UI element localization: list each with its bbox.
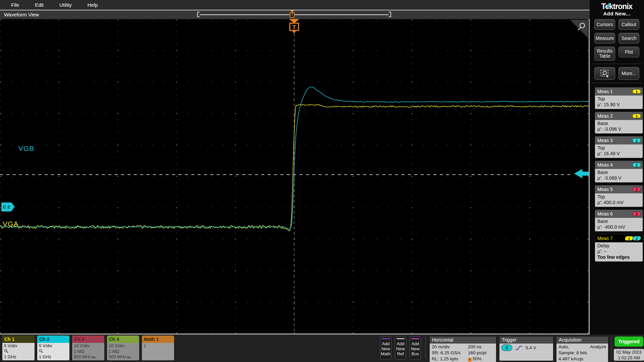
measurement-card-header: Meas 53	[595, 185, 643, 193]
waveform-view-tab-bar: Waveform View T	[0, 10, 590, 19]
measurement-card-meas-7[interactable]: Meas 712Delayµ': --Too few edges	[595, 234, 643, 262]
time-text: 1:02:25 AM	[614, 355, 644, 361]
triggered-status-badge: Triggered	[614, 337, 643, 347]
menu-item-edit[interactable]: Edit	[35, 2, 44, 8]
measurement-source-badges: 1	[632, 89, 641, 94]
measurement-card-meas-6[interactable]: Meas 63Baseµ': -400.0 mV	[595, 209, 643, 232]
channel-setting-row: 10 V/div	[74, 343, 104, 349]
zoom-select-icon	[600, 69, 610, 77]
measurement-card-meas-5[interactable]: Meas 53Topµ': 400.0 mV	[595, 185, 643, 207]
trigger-marker-tip	[292, 31, 296, 34]
channel-badge-header: Ch 2	[37, 336, 69, 343]
measure-button[interactable]: Measure	[594, 33, 615, 44]
hpos-left-bracket	[197, 12, 200, 17]
hpos-trigger-t-icon[interactable]: T	[290, 12, 294, 18]
source-badge-1: 1	[632, 89, 641, 94]
measurement-name: Meas 6	[597, 211, 613, 217]
horizontal-resolution: 160 ps/pt	[468, 350, 494, 356]
acquisition-mode: Auto,	[558, 344, 569, 350]
probe-icon	[4, 349, 9, 353]
cursors-button[interactable]: Cursors	[594, 19, 615, 30]
channel-badge-ch-3[interactable]: Ch 310 V/div1 MΩ500 MHz Bw	[72, 336, 104, 360]
measurement-value: µ': --	[597, 249, 640, 254]
sidebar-divider2	[592, 83, 642, 83]
measurement-card-meas-3[interactable]: Meas 32Topµ': 16.49 V	[595, 136, 643, 158]
source-badge-3: 3	[632, 187, 641, 192]
trigger-level: 5.4 V	[526, 345, 536, 351]
measurement-source-badges: 12	[625, 236, 641, 241]
results-sidebar: Tektronix Add New... CursorsCalloutMeasu…	[590, 0, 644, 335]
measurement-source-badges: 2	[632, 138, 641, 143]
measurement-card-body: Baseµ': -400.0 mV	[595, 218, 643, 231]
trigger-marker-arrow[interactable]	[289, 19, 299, 23]
horizontal-panel[interactable]: Horizontal 20 ns/div 200 ns SR: 6.25 GS/…	[429, 336, 496, 362]
button-line: New	[395, 346, 406, 351]
button-line: Add	[410, 341, 421, 346]
more-button[interactable]: More...	[619, 67, 639, 80]
button-line: Add	[395, 341, 406, 346]
channel-badge-header: Ch 4	[107, 336, 139, 343]
measurement-card-header: Meas 712	[595, 234, 643, 242]
channel-badge-header: Math 1	[142, 336, 174, 343]
channel-setting-row: 500 MHz Bw	[74, 354, 104, 360]
add-new-math-button[interactable]: AddNewMath	[380, 336, 391, 360]
channel-setting-row: 1 MΩ	[109, 349, 139, 355]
menu-item-help[interactable]: Help	[88, 2, 98, 8]
measurement-source-badges: 3	[632, 187, 641, 192]
source-badge-3: 3	[632, 212, 641, 216]
channel-badge-body: 10 V/div1 MΩ500 MHz Bw	[107, 343, 139, 360]
date-text: 02 May 2023	[614, 349, 644, 355]
waveform-display[interactable]: T VGB VGA C 2	[0, 19, 590, 335]
measurement-note: Too few edges	[597, 254, 640, 260]
horizontal-position: T50%	[468, 356, 494, 362]
plot-button[interactable]: Plot	[619, 47, 639, 57]
measurement-type: Base	[597, 121, 640, 126]
channel-badge-ch-2[interactable]: Ch 25 V/div1 GHz	[37, 336, 69, 360]
source-badge-2: 2	[632, 138, 641, 143]
trigger-panel[interactable]: Trigger 2 5.4 V	[499, 336, 553, 361]
measurement-name: Meas 5	[597, 187, 613, 192]
menu-item-utility[interactable]: Utility	[59, 2, 72, 8]
bottom-divider-2	[611, 337, 611, 359]
measurement-value: µ': 15.90 V	[597, 102, 640, 108]
measurement-type: Top	[597, 96, 640, 102]
measurement-card-meas-1[interactable]: Meas 11Topµ': 15.90 V	[595, 87, 643, 109]
add-new-bus-button[interactable]: AddNewBus	[410, 336, 421, 360]
channel-badge-ch-4[interactable]: Ch 410 V/div1 MΩ500 MHz Bw	[107, 336, 139, 360]
add-new-heading: Add New...	[590, 11, 644, 18]
acquisition-sample: Sample: 8 bits	[558, 350, 606, 356]
trigger-level-arrow[interactable]	[574, 169, 589, 178]
measurement-name: Meas 1	[597, 89, 613, 94]
channel-setting-row: 5 V/div	[39, 343, 69, 349]
oscilloscope-app: FileEditUtilityHelp Waveform View T T VG…	[0, 0, 644, 362]
channel-badge-ch-1[interactable]: Ch 15 V/div1 GHz	[2, 336, 35, 360]
measurement-card-meas-4[interactable]: Meas 42Baseµ': -3.089 V	[595, 161, 643, 183]
measurement-list: Meas 11Topµ': 15.90 VMeas 21Baseµ': -3.0…	[595, 87, 643, 262]
zoom-select-button[interactable]	[594, 67, 615, 80]
channel-2-marker[interactable]: C 2	[1, 202, 11, 212]
channel-badge-math-1[interactable]: Math 11	[142, 336, 174, 360]
results-table-button[interactable]: Results Table	[594, 47, 615, 61]
measurement-card-meas-2[interactable]: Meas 21Baseµ': -3.096 V	[595, 112, 643, 134]
acquisition-panel[interactable]: Acquisition Auto, Analyze Sample: 8 bits…	[556, 336, 608, 362]
trigger-panel-title: Trigger	[499, 337, 553, 344]
measurement-value: µ': 400.0 mV	[597, 200, 640, 205]
measurement-card-header: Meas 21	[595, 112, 643, 120]
add-new-ref-button[interactable]: AddNewRef	[395, 336, 406, 360]
accent-bar	[382, 338, 390, 339]
accent-bar	[396, 338, 405, 339]
probe-icon	[39, 349, 44, 353]
source-badge-2: 2	[632, 163, 641, 167]
bottom-divider-1	[425, 337, 426, 359]
channel-setting-row: 500 MHz Bw	[109, 354, 139, 360]
measurement-type: Base	[597, 219, 640, 224]
label-vgb: VGB	[18, 144, 34, 153]
hpos-right-bracket	[389, 12, 391, 17]
callout-button[interactable]: Callout	[619, 19, 639, 30]
menu-item-file[interactable]: File	[11, 2, 19, 8]
trigger-position-flag-icon: T	[468, 358, 472, 362]
channel-setting-row: 1 GHz	[4, 354, 35, 360]
search-button[interactable]: Search	[619, 33, 639, 44]
waveform-svg: T	[0, 19, 589, 334]
measurement-card-body: Topµ': 15.90 V	[595, 96, 643, 109]
